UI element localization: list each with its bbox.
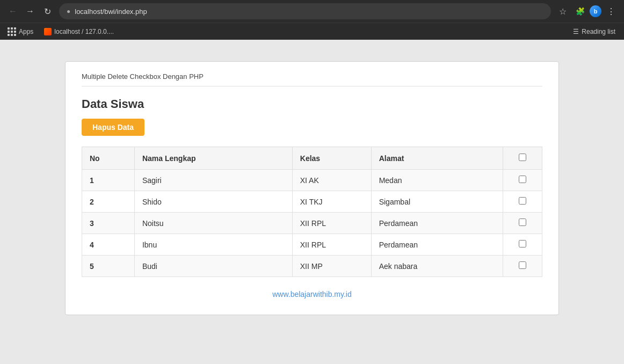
- table-row: 2 Shido XI TKJ Sigambal: [82, 191, 542, 213]
- cell-nama: Budi: [134, 256, 292, 277]
- section-title: Data Siswa: [82, 97, 542, 111]
- cell-alamat: Perdamean: [371, 234, 503, 256]
- cell-nama: Shido: [134, 191, 292, 213]
- card-title: Multiple Delete Checkbox Dengan PHP: [82, 72, 542, 86]
- cell-nama: Ibnu: [134, 234, 292, 256]
- table-row: 1 Sagiri XI AK Medan: [82, 170, 542, 191]
- apps-grid-icon: [8, 27, 16, 36]
- cell-nama: Sagiri: [134, 170, 292, 191]
- apps-label: Apps: [19, 28, 33, 35]
- lock-icon: ●: [67, 8, 70, 15]
- cell-alamat: Medan: [371, 170, 503, 191]
- row-checkbox-4[interactable]: [519, 240, 526, 247]
- localhost-favicon: [44, 28, 52, 35]
- star-button[interactable]: ☆: [555, 4, 570, 19]
- row-checkbox-1[interactable]: [519, 176, 526, 183]
- col-nama: Nama Lengkap: [134, 147, 292, 170]
- reading-list-icon: ☰: [573, 28, 579, 35]
- cell-alamat: Perdamean: [371, 213, 503, 234]
- refresh-button[interactable]: ↻: [40, 4, 55, 19]
- reading-list-label: Reading list: [582, 28, 615, 35]
- reading-list-button[interactable]: ☰ Reading list: [570, 27, 619, 37]
- menu-button[interactable]: ⋮: [604, 4, 619, 19]
- extensions-button[interactable]: 🧩: [572, 4, 587, 19]
- cell-no: 1: [82, 170, 135, 191]
- back-button[interactable]: ←: [5, 4, 20, 19]
- row-checkbox-3[interactable]: [519, 219, 526, 226]
- col-no: No: [82, 147, 135, 170]
- cell-nama: Noitsu: [134, 213, 292, 234]
- forward-button[interactable]: →: [23, 4, 38, 19]
- page-content: Multiple Delete Checkbox Dengan PHP Data…: [0, 40, 624, 364]
- row-checkbox-5[interactable]: [519, 261, 526, 269]
- cell-kelas: XII MP: [292, 256, 371, 277]
- cell-no: 2: [82, 191, 135, 213]
- data-table: No Nama Lengkap Kelas Alamat 1 Sagiri XI…: [82, 147, 542, 277]
- cell-checkbox[interactable]: [503, 234, 542, 256]
- select-all-checkbox[interactable]: [519, 154, 526, 161]
- header-row: No Nama Lengkap Kelas Alamat: [82, 147, 542, 170]
- browser-toolbar: ← → ↻ ● ☆ 🧩 b ⋮: [0, 0, 624, 23]
- cell-no: 4: [82, 234, 135, 256]
- cell-no: 3: [82, 213, 135, 234]
- col-kelas: Kelas: [292, 147, 371, 170]
- footer-link[interactable]: www.belajarwithib.my.id: [82, 290, 542, 299]
- localhost-label: localhost / 127.0.0....: [54, 28, 114, 35]
- cell-no: 5: [82, 256, 135, 277]
- table-row: 3 Noitsu XII RPL Perdamean: [82, 213, 542, 234]
- bookmarks-bar: Apps localhost / 127.0.0.... ☰ Reading l…: [0, 23, 624, 40]
- cell-checkbox[interactable]: [503, 256, 542, 277]
- cell-checkbox[interactable]: [503, 191, 542, 213]
- profile-icon[interactable]: b: [590, 5, 601, 17]
- cell-kelas: XI TKJ: [292, 191, 371, 213]
- url-input[interactable]: [75, 8, 543, 16]
- address-bar[interactable]: ●: [59, 3, 551, 19]
- hapus-data-button[interactable]: Hapus Data: [82, 119, 144, 136]
- main-card: Multiple Delete Checkbox Dengan PHP Data…: [65, 61, 559, 315]
- cell-kelas: XII RPL: [292, 234, 371, 256]
- cell-checkbox[interactable]: [503, 170, 542, 191]
- footer-link-anchor[interactable]: www.belajarwithib.my.id: [272, 290, 352, 299]
- browser-chrome: ← → ↻ ● ☆ 🧩 b ⋮ Apps localhost / 127.0: [0, 0, 624, 40]
- row-checkbox-2[interactable]: [519, 197, 526, 205]
- table-row: 4 Ibnu XII RPL Perdamean: [82, 234, 542, 256]
- cell-checkbox[interactable]: [503, 213, 542, 234]
- table-row: 5 Budi XII MP Aek nabara: [82, 256, 542, 277]
- col-alamat: Alamat: [371, 147, 503, 170]
- table-header: No Nama Lengkap Kelas Alamat: [82, 147, 542, 170]
- nav-buttons: ← → ↻: [5, 4, 55, 19]
- toolbar-icons: ☆ 🧩 b ⋮: [555, 4, 619, 19]
- cell-kelas: XII RPL: [292, 213, 371, 234]
- localhost-bookmark[interactable]: localhost / 127.0.0....: [42, 27, 116, 37]
- cell-alamat: Aek nabara: [371, 256, 503, 277]
- cell-kelas: XI AK: [292, 170, 371, 191]
- apps-bookmark[interactable]: Apps: [5, 26, 35, 37]
- table-body: 1 Sagiri XI AK Medan 2 Shido XI TKJ Siga…: [82, 170, 542, 277]
- cell-alamat: Sigambal: [371, 191, 503, 213]
- col-select-all[interactable]: [503, 147, 542, 170]
